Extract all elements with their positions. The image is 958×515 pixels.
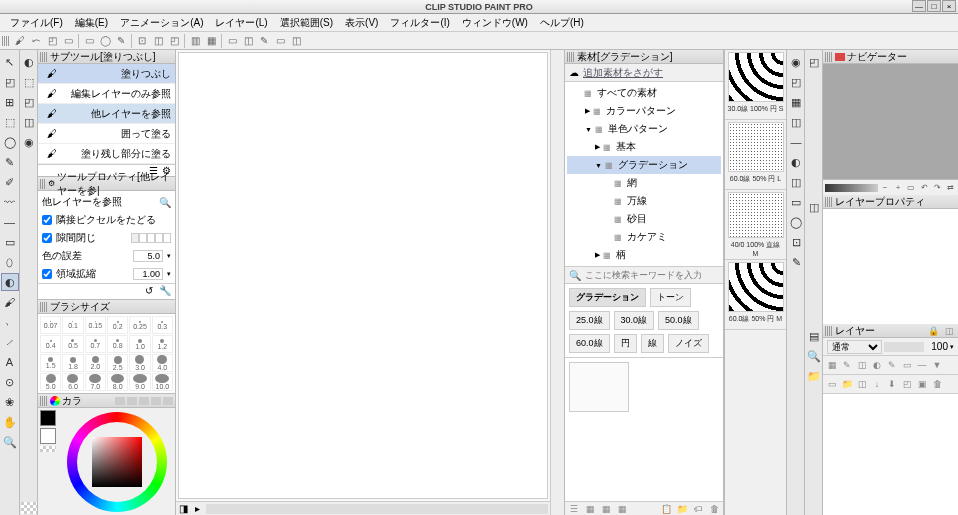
adjacent-checkbox[interactable] <box>42 215 52 225</box>
view-med-icon[interactable]: ▦ <box>599 502 613 516</box>
flip-h-icon[interactable]: ⇄ <box>944 182 956 194</box>
subtool-button[interactable]: ◐ <box>20 53 38 71</box>
prop-gap-close[interactable]: 隙間閉じ <box>38 229 175 247</box>
folder-tab-icon[interactable]: 📁 <box>805 367 823 385</box>
tool-button[interactable]: ◰ <box>1 73 19 91</box>
material-thumb[interactable]: 60.0線 50% 円 M <box>725 260 786 330</box>
search-tab-icon[interactable]: 🔍 <box>805 347 823 365</box>
brush-size-cell[interactable]: 1.0 <box>129 335 150 353</box>
blend-mode-select[interactable]: 通常 <box>827 340 882 354</box>
subtool-item[interactable]: 🖌塗り残し部分に塗る <box>38 144 175 164</box>
subtool-button[interactable]: ◉ <box>20 133 38 151</box>
brush-size-cell[interactable]: 0.7 <box>85 335 106 353</box>
tag[interactable]: 50.0線 <box>658 311 699 330</box>
prop-expand[interactable]: 領域拡縮 1.00 ▾ <box>38 265 175 283</box>
mask-add-icon[interactable]: ◰ <box>900 377 914 391</box>
wrench-icon[interactable]: 🔧 <box>159 285 171 296</box>
layerprop-tab-icon[interactable]: ◫ <box>805 198 823 216</box>
command-icon[interactable]: ◯ <box>97 34 113 48</box>
tree-item[interactable]: ▶▦カラーパターン <box>567 102 721 120</box>
brush-size-cell[interactable]: 0.4 <box>40 335 61 353</box>
prop-tolerance[interactable]: 色の誤差 5.0 ▾ <box>38 247 175 265</box>
opacity-value[interactable]: 100 <box>926 341 948 352</box>
menu-item[interactable]: 選択範囲(S) <box>274 14 339 32</box>
tree-item[interactable]: ▦カケアミ <box>567 228 721 246</box>
layer-tab-icon[interactable]: ▤ <box>805 327 823 345</box>
new-layer-icon[interactable]: ▭ <box>825 377 839 391</box>
subtool-button[interactable]: ◰ <box>20 93 38 111</box>
command-icon[interactable]: ✎ <box>256 34 272 48</box>
tool-button[interactable]: ✐ <box>1 173 19 191</box>
tool-button[interactable]: 🔍 <box>1 433 19 451</box>
brush-size-cell[interactable]: 3.0 <box>129 354 150 372</box>
command-icon[interactable]: ◰ <box>44 34 60 48</box>
tag[interactable]: 25.0線 <box>569 311 610 330</box>
tag-icon[interactable]: 🏷 <box>691 502 705 516</box>
brush-size-cell[interactable]: 4.0 <box>152 354 173 372</box>
quick-access-icon[interactable]: ◐ <box>787 153 805 171</box>
color-header[interactable]: カラ <box>38 394 175 408</box>
view-small-icon[interactable]: ▦ <box>583 502 597 516</box>
tool-button[interactable]: ⊞ <box>1 93 19 111</box>
trash-icon[interactable]: 🗑 <box>707 502 721 516</box>
quick-access-icon[interactable]: ✎ <box>787 253 805 271</box>
gap-checkbox[interactable] <box>42 233 52 243</box>
brush-size-cell[interactable]: 5.0 <box>40 373 61 391</box>
command-icon[interactable]: ▭ <box>60 34 76 48</box>
layer-mask-icon[interactable]: ◫ <box>942 324 956 338</box>
subtool-item[interactable]: 🖌他レイヤーを参照 <box>38 104 175 124</box>
tool-button[interactable]: ❀ <box>1 393 19 411</box>
quick-access-icon[interactable]: ◫ <box>787 173 805 191</box>
color-wheel[interactable] <box>67 412 167 512</box>
brush-size-cell[interactable]: 8.0 <box>107 373 128 391</box>
search-input[interactable] <box>585 270 719 280</box>
material-header[interactable]: 素材[グラデーション] <box>565 50 723 64</box>
command-icon[interactable]: ◫ <box>288 34 304 48</box>
delete-layer-icon[interactable]: 🗑 <box>930 377 944 391</box>
menu-item[interactable]: レイヤー(L) <box>209 14 273 32</box>
brush-size-cell[interactable]: 0.3 <box>152 316 173 334</box>
quick-access-icon[interactable]: — <box>787 133 805 151</box>
view-list-icon[interactable]: ☰ <box>567 502 581 516</box>
subtool-item[interactable]: 🖌塗りつぶし <box>38 64 175 84</box>
preview-box[interactable] <box>569 362 629 412</box>
view-large-icon[interactable]: ▦ <box>615 502 629 516</box>
tag[interactable]: 30.0線 <box>614 311 655 330</box>
tree-item[interactable]: ▼▦単色パターン <box>567 120 721 138</box>
brush-size-cell[interactable]: 7.0 <box>85 373 106 391</box>
menu-item[interactable]: ファイル(F) <box>4 14 69 32</box>
tree-item[interactable]: ▶▦柄 <box>567 246 721 264</box>
command-icon[interactable]: ▭ <box>272 34 288 48</box>
subtool-item[interactable]: 🖌囲って塗る <box>38 124 175 144</box>
color-icon[interactable]: ▼ <box>930 358 944 372</box>
add-materials-link[interactable]: 追加素材をさがす <box>583 66 663 80</box>
quick-access-icon[interactable]: ⊡ <box>787 233 805 251</box>
material-search[interactable]: 🔍 <box>565 266 723 284</box>
canvas-scrollbar-v[interactable] <box>550 50 564 515</box>
minimize-button[interactable]: — <box>912 0 926 12</box>
toolprop-header[interactable]: ⚙ ツールプロパティ[他レイヤーを参| <box>38 177 175 191</box>
zoom-out-icon[interactable]: − <box>879 182 891 194</box>
tool-button[interactable]: ↖ <box>1 53 19 71</box>
command-icon[interactable]: 🖌 <box>12 34 28 48</box>
tag[interactable]: 円 <box>614 334 637 353</box>
navigator-header[interactable]: ナビゲーター <box>823 50 958 64</box>
material-thumb[interactable]: 30.0線 100% 円 S <box>725 50 786 120</box>
new-vector-icon[interactable]: ◫ <box>855 377 869 391</box>
expand-value[interactable]: 1.00 <box>133 268 163 280</box>
brush-size-cell[interactable]: 0.07 <box>40 316 61 334</box>
fit-icon[interactable]: ▭ <box>905 182 917 194</box>
tag[interactable]: トーン <box>650 288 691 307</box>
ref-icon[interactable]: ◐ <box>870 358 884 372</box>
material-thumb[interactable]: 40/0 100% 直線 M <box>725 190 786 260</box>
brush-size-cell[interactable]: 0.1 <box>62 316 83 334</box>
prop-adjacent[interactable]: 隣接ピクセルをたどる <box>38 211 175 229</box>
brush-size-cell[interactable]: 0.2 <box>107 316 128 334</box>
tool-button[interactable]: ⬚ <box>1 113 19 131</box>
menu-item[interactable]: フィルター(I) <box>384 14 455 32</box>
tool-button[interactable]: ⟋ <box>1 333 19 351</box>
layer-list[interactable] <box>823 394 958 515</box>
menu-item[interactable]: ウィンドウ(W) <box>456 14 534 32</box>
subtool-button[interactable]: ⬚ <box>20 73 38 91</box>
brush-size-cell[interactable]: 0.15 <box>85 316 106 334</box>
